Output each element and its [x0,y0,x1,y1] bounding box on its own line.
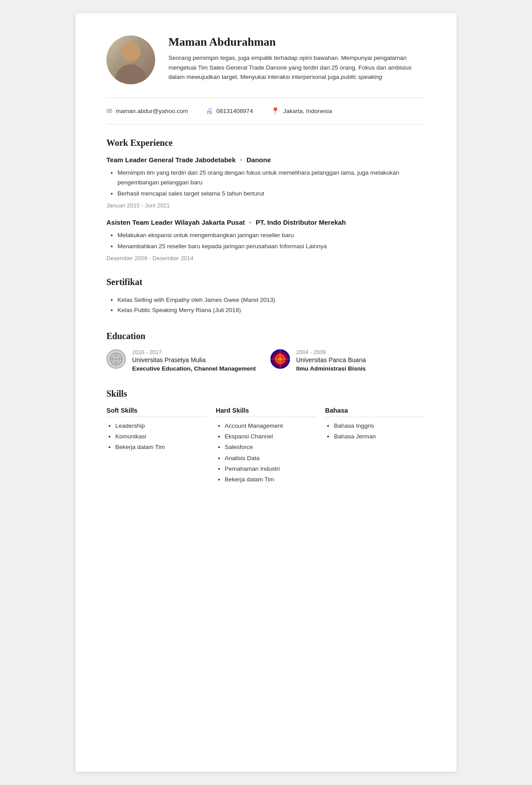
edu-school-2: Universitas Panca Buana [296,356,366,363]
education-title: Education [106,331,426,341]
soft-skills-list: Leadership Komunikasi Bekerja dalam Tim [106,421,207,453]
job-bullet: Menambahkan 25 reseller baru kepada jari… [117,242,426,251]
skill-item: Bahasa Inggris [334,421,426,431]
email-value: maman.abdur@yahoo.com [116,108,188,114]
edu-logo-1 [106,349,126,369]
education-grid: 2016 - 2017 Universitas Prasetya Mulia E… [106,349,426,373]
job-title-1: Team Leader General Trade Jabodetabek · … [106,156,426,164]
phone-icon: 🖨 [206,107,213,115]
avatar [106,35,155,84]
edu-school-1: Universitas Prasetya Mulia [132,356,256,363]
candidate-name: Maman Abdurahman [168,35,426,49]
job-bullet: Memimpin tim yang terdiri dari 25 orang … [117,168,426,187]
edu-degree-1: Executive Education, Channel Management [132,365,256,373]
skills-grid: Soft Skills Leadership Komunikasi Bekerj… [106,407,426,485]
skill-item: Pemahaman Industri [225,464,317,474]
skill-item: Ekspansi Channel [225,431,317,442]
hard-skills-list: Account Management Ekspansi Channel Sale… [216,421,317,485]
contact-section: ✉ maman.abdur@yahoo.com 🖨 08131408974 📍 … [106,98,426,125]
work-experience-section: Work Experience Team Leader General Trad… [106,138,426,262]
job-bullet: Melakukan ekspansi untuk mengembangkan j… [117,230,426,240]
job-entry-2: Asisten Team Leader Wilayah Jakarta Pusa… [106,219,426,262]
candidate-bio: Seorang pemimpin tegas, juga empatik ter… [168,53,426,82]
edu-year-1: 2016 - 2017 [132,349,256,355]
cert-item: Kelas Public Speaking Merry Riana (Juli … [117,305,426,316]
skills-section: Skills Soft Skills Leadership Komunikasi… [106,389,426,485]
skill-item: Analisis Data [225,453,317,464]
email-icon: ✉ [106,107,112,115]
work-experience-title: Work Experience [106,138,426,148]
skill-item: Bekerja dalam Tim [115,442,207,453]
location-icon: 📍 [271,107,280,115]
skill-item: Leadership [115,421,207,431]
hard-skills-category: Hard Skills Account Management Ekspansi … [216,407,317,485]
resume-container: Maman Abdurahman Seorang pemimpin tegas,… [75,13,457,772]
soft-skills-category: Soft Skills Leadership Komunikasi Bekerj… [106,407,207,485]
skill-item: Salesforce [225,442,317,453]
sertifikat-title: Sertifikat [106,277,426,287]
skills-title: Skills [106,389,426,399]
edu-year-2: 2004 - 2009 [296,349,366,355]
skill-item: Komunikasi [115,431,207,442]
hard-skills-title: Hard Skills [216,407,317,417]
language-list: Bahasa Inggris Bahasa Jerman [325,421,426,442]
skill-item: Bahasa Jerman [334,431,426,442]
edu-item-2: 2004 - 2009 Universitas Panca Buana Ilmu… [270,349,426,373]
soft-skills-title: Soft Skills [106,407,207,417]
job-title-2: Asisten Team Leader Wilayah Jakarta Pusa… [106,219,426,226]
job-date-1: Januari 2015 - Juni 2021 [106,202,426,209]
language-category: Bahasa Bahasa Inggris Bahasa Jerman [325,407,426,485]
job-entry-1: Team Leader General Trade Jabodetabek · … [106,156,426,209]
phone-contact: 🖨 08131408974 [206,107,253,115]
job-date-2: Desember 2009 - Desember 2014 [106,255,426,262]
university-icon-2 [270,349,290,369]
job-bullet: Berhasil mencapai sales target selama 5 … [117,189,426,199]
job-bullets-1: Memimpin tim yang terdiri dari 25 orang … [106,168,426,199]
header-info: Maman Abdurahman Seorang pemimpin tegas,… [168,35,426,82]
skill-item: Bekerja dalam Tim [225,474,317,485]
education-section: Education 2016 - 2017 Universitas Praset [106,331,426,373]
location-value: Jakarta, Indonesia [283,108,332,114]
edu-degree-2: Ilmu Administrasi Bisnis [296,365,366,373]
location-contact: 📍 Jakarta, Indonesia [271,107,332,115]
job-bullets-2: Melakukan ekspansi untuk mengembangkan j… [106,230,426,251]
main-content: Work Experience Team Leader General Trad… [106,125,426,485]
avatar-container [106,35,155,84]
language-title: Bahasa [325,407,426,417]
edu-info-1: 2016 - 2017 Universitas Prasetya Mulia E… [132,349,256,373]
header-section: Maman Abdurahman Seorang pemimpin tegas,… [106,35,426,98]
cert-item: Kelas Selling with Empathy oleh James Gw… [117,295,426,305]
edu-item-1: 2016 - 2017 Universitas Prasetya Mulia E… [106,349,262,373]
sertifikat-section: Sertifikat Kelas Selling with Empathy ol… [106,277,426,316]
edu-logo-2 [270,349,290,369]
cert-list: Kelas Selling with Empathy oleh James Gw… [106,295,426,316]
phone-value: 08131408974 [216,108,253,114]
university-icon-1 [110,353,122,365]
skill-item: Account Management [225,421,317,431]
edu-info-2: 2004 - 2009 Universitas Panca Buana Ilmu… [296,349,366,373]
email-contact: ✉ maman.abdur@yahoo.com [106,107,188,115]
